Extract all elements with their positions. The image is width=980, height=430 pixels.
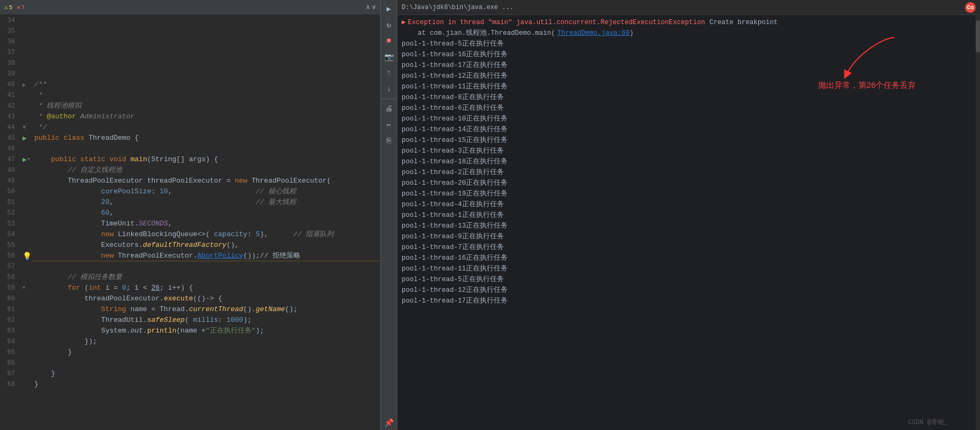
indent-65 — [34, 347, 67, 358]
kw-new-49: new — [235, 176, 247, 186]
g-49 — [22, 176, 32, 186]
code-line-54: new LinkedBlockingQueue<>( capacity: 5),… — [32, 229, 380, 240]
exception-text: Exception in thread "main" java.util.con… — [408, 17, 705, 28]
ln-51: 51 — [0, 197, 19, 208]
abort-policy[interactable]: AbortPolicy — [197, 251, 243, 261]
toolbar-pin-btn[interactable]: 📌 — [381, 415, 396, 430]
thread-line-12: pool-1-thread-2正在执行任务 — [402, 167, 976, 178]
lt-59: < — [139, 283, 151, 293]
indent-56 — [34, 251, 101, 261]
g-46 — [22, 144, 32, 154]
ln-60: 60 — [0, 293, 19, 304]
comment-43-pre: * — [34, 111, 47, 122]
toolbar-down-btn[interactable]: ↓ — [381, 81, 396, 96]
indent-47 — [34, 154, 51, 165]
tpe-60: threadPoolExecutor — [85, 293, 160, 304]
toolbar-pin: 📌 — [381, 415, 396, 430]
classname-45: ThreadDemo — [88, 133, 130, 144]
at-prefix: at com.jian.线程池.ThreadDemo.main( — [402, 28, 555, 39]
thread-line-18: pool-1-thread-9正在执行任务 — [402, 231, 976, 242]
toolbar-run-btn[interactable]: ▶ — [381, 1, 396, 16]
sp — [126, 154, 131, 165]
ln-56: 56 — [0, 251, 19, 261]
up-arrow[interactable]: ∧ — [366, 3, 370, 11]
ln-63: 63 — [0, 326, 19, 336]
comment-50: // 核心线程 — [256, 186, 296, 197]
toolbar-copy-btn[interactable]: ⎘ — [381, 133, 396, 148]
g-52 — [22, 208, 32, 218]
at-line: at com.jian.线程池.ThreadDemo.main(ThreadDe… — [402, 28, 976, 39]
ln-44: 44 — [0, 122, 19, 133]
create-breakpoint[interactable]: Create breakpoint — [710, 17, 778, 28]
param-cap: capacity — [214, 229, 247, 240]
g-59: ▼ — [22, 283, 32, 293]
indent-62 — [34, 315, 101, 326]
sp-54 — [268, 229, 293, 240]
thread-line-15: pool-1-thread-4正在执行任务 — [402, 199, 976, 210]
fold-44[interactable]: ▼ — [22, 124, 29, 131]
fold-40[interactable]: ▶ — [22, 81, 29, 88]
thread-line-20: pool-1-thread-16正在执行任务 — [402, 253, 976, 263]
ln-55: 55 — [0, 240, 19, 251]
console-scrollbar[interactable] — [976, 15, 980, 430]
system-63: System — [101, 326, 126, 336]
indent-55 — [34, 240, 101, 251]
exception-arrow: ▶ — [402, 17, 406, 28]
indent-51 — [34, 197, 101, 208]
type-49b: ThreadPoolExecutor — [252, 176, 327, 186]
code-line-40: /** — [32, 79, 380, 90]
g-53 — [22, 218, 32, 229]
comment-58: // 模拟任务数量 — [67, 272, 122, 283]
method-getname: getName — [256, 304, 285, 315]
ln-46: 46 — [0, 144, 19, 154]
down-arrow[interactable]: ∨ — [372, 3, 376, 11]
paren2-63: ); — [256, 326, 265, 336]
ln-40: 40 — [0, 79, 19, 90]
console-scrollbar-thumb[interactable] — [976, 20, 980, 52]
kw-new-54: new — [101, 229, 114, 240]
toolbar-up-btn[interactable]: ↑ — [381, 65, 396, 80]
var-i2: i — [134, 283, 139, 293]
code-line-67: } — [32, 368, 380, 379]
comma-51: , — [109, 197, 114, 208]
fold-59[interactable]: ▼ — [22, 285, 25, 291]
fold-47[interactable]: ▼ — [27, 157, 30, 162]
toolbar-screenshot-btn[interactable]: 📷 — [381, 49, 396, 64]
console-content: ▶ Exception in thread "main" java.util.c… — [397, 15, 980, 430]
run-45[interactable]: ▶ — [22, 134, 27, 142]
colon-54: : — [247, 229, 256, 240]
g-39 — [22, 69, 32, 79]
code-line-59: for (int i = 0; i < 26; i++) { — [32, 283, 380, 293]
thread-line-0: pool-1-thread-5正在执行任务 — [402, 39, 976, 49]
sp — [76, 154, 80, 165]
error-badge: ✕ 7 — [17, 4, 25, 11]
sp: name = — [126, 304, 160, 315]
comma-50: , — [168, 186, 172, 197]
toolbar-print-btn[interactable]: 🖨 — [381, 101, 396, 116]
sp-51 — [114, 197, 255, 208]
g-35 — [22, 26, 32, 36]
num-0: 0 — [122, 283, 126, 293]
brace-65: } — [67, 347, 72, 358]
author-annotation: @author — [47, 111, 76, 122]
type-56: ThreadPoolExecutor — [118, 251, 193, 261]
thread-line-7: pool-1-thread-10正在执行任务 — [402, 114, 976, 124]
g-60 — [22, 293, 32, 304]
thread-line-17: pool-1-thread-13正在执行任务 — [402, 221, 976, 231]
toolbar-cut-btn[interactable]: ✂ — [381, 117, 396, 132]
code-line-48: // 自定义线程池 — [32, 165, 380, 176]
g-57 — [22, 261, 32, 272]
run-47[interactable]: ▶ — [22, 155, 27, 164]
paren-56: ());/ — [243, 251, 264, 261]
ln-43: 43 — [0, 111, 19, 122]
num-60: 60 — [101, 208, 110, 218]
sp — [114, 251, 118, 261]
indent-48 — [34, 165, 67, 176]
dot-62: . — [143, 315, 147, 326]
toolbar-stop-btn[interactable]: ■ — [381, 33, 396, 48]
toolbar-rerun-btn[interactable]: ↻ — [381, 17, 396, 32]
code-line-52: 60, — [32, 208, 380, 218]
at-link[interactable]: ThreadDemo.java:60 — [557, 28, 630, 39]
num-20: 20 — [101, 197, 110, 208]
seconds-53: SECONDS — [139, 218, 168, 229]
